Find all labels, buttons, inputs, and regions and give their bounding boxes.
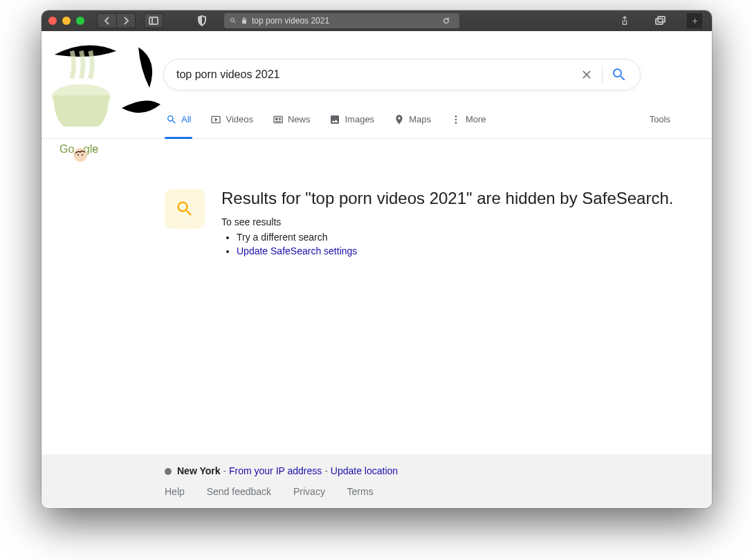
- new-tab-button[interactable]: +: [687, 13, 702, 28]
- location-info: New York - From your IP address - Update…: [165, 465, 712, 476]
- footer-feedback-link[interactable]: Send feedback: [207, 486, 271, 497]
- tab-news-label: News: [288, 114, 311, 124]
- window-controls: [48, 17, 84, 25]
- page-footer: New York - From your IP address - Update…: [42, 454, 712, 508]
- image-icon: [329, 114, 340, 125]
- google-logo-text: Go ogle: [59, 143, 170, 156]
- tab-more-label: More: [466, 114, 486, 124]
- tab-news[interactable]: News: [271, 100, 312, 138]
- footer-terms-link[interactable]: Terms: [347, 486, 374, 497]
- browser-window: top porn videos 2021 + Go: [42, 10, 712, 508]
- update-safesearch-link[interactable]: Update SafeSearch settings: [237, 245, 357, 256]
- tab-images[interactable]: Images: [328, 100, 376, 138]
- tab-all[interactable]: All: [165, 100, 192, 138]
- svg-rect-0: [149, 17, 158, 24]
- svg-point-10: [455, 122, 457, 124]
- address-text: top porn videos 2021: [252, 16, 329, 26]
- map-pin-icon: [394, 114, 405, 125]
- search-icon: [166, 114, 177, 125]
- tab-videos-label: Videos: [226, 114, 253, 124]
- notice-bullet-1: Try a different search: [237, 232, 673, 243]
- notice-subtitle: To see results: [221, 216, 673, 227]
- back-button[interactable]: [97, 13, 116, 28]
- google-doodle-logo[interactable]: Go ogle: [50, 44, 161, 99]
- tools-label: Tools: [650, 114, 670, 124]
- lock-icon: [241, 17, 248, 24]
- notice-heading: Results for "top porn videos 2021" are h…: [221, 189, 673, 208]
- svg-point-8: [455, 115, 457, 118]
- notice-emblem: [165, 189, 205, 229]
- svg-point-9: [455, 118, 457, 120]
- search-header: Go ogle: [42, 31, 712, 100]
- tab-maps[interactable]: Maps: [392, 100, 432, 138]
- address-search-icon: [230, 17, 237, 24]
- search-icon: [175, 199, 194, 218]
- window-close-button[interactable]: [48, 17, 57, 25]
- footer-sep2: -: [322, 465, 330, 476]
- address-bar[interactable]: top porn videos 2021: [224, 13, 459, 28]
- tab-images-label: Images: [345, 114, 374, 124]
- window-maximize-button[interactable]: [76, 17, 84, 25]
- search-input[interactable]: [176, 68, 573, 81]
- news-icon: [273, 114, 284, 125]
- safesearch-notice: Results for "top porn videos 2021" are h…: [165, 189, 712, 259]
- from-ip-link[interactable]: From your IP address: [229, 465, 322, 476]
- tab-maps-label: Maps: [409, 114, 431, 124]
- close-icon: [580, 68, 594, 82]
- update-location-link[interactable]: Update location: [331, 465, 398, 476]
- browser-toolbar: top porn videos 2021 +: [42, 10, 712, 31]
- search-box: [163, 59, 641, 91]
- video-icon: [210, 114, 221, 125]
- tabs-overview-button[interactable]: [651, 13, 670, 28]
- tab-all-label: All: [181, 114, 191, 124]
- page-content: Go ogle: [42, 31, 712, 508]
- footer-help-link[interactable]: Help: [165, 486, 185, 497]
- results-area: Results for "top porn videos 2021" are h…: [42, 139, 712, 454]
- window-minimize-button[interactable]: [62, 17, 71, 25]
- tools-button[interactable]: Tools: [650, 114, 670, 124]
- more-vertical-icon: [450, 114, 461, 125]
- clear-button[interactable]: [573, 61, 600, 88]
- location-dot-icon: [165, 468, 172, 475]
- footer-sep1: -: [221, 465, 229, 476]
- sidebar-toggle-button[interactable]: [144, 13, 163, 28]
- tab-more[interactable]: More: [449, 100, 488, 138]
- share-button[interactable]: [615, 13, 634, 28]
- search-divider: [602, 66, 603, 84]
- footer-privacy-link[interactable]: Privacy: [293, 486, 325, 497]
- search-icon: [611, 66, 627, 83]
- footer-links: Help Send feedback Privacy Terms: [165, 486, 712, 497]
- forward-button[interactable]: [116, 13, 136, 28]
- privacy-shield-icon[interactable]: [192, 13, 212, 28]
- location-city: New York: [177, 465, 221, 476]
- tab-videos[interactable]: Videos: [209, 100, 255, 138]
- search-button[interactable]: [604, 61, 634, 88]
- nav-buttons: [97, 13, 136, 28]
- notice-body: Results for "top porn videos 2021" are h…: [221, 189, 673, 259]
- reload-button[interactable]: [443, 15, 454, 27]
